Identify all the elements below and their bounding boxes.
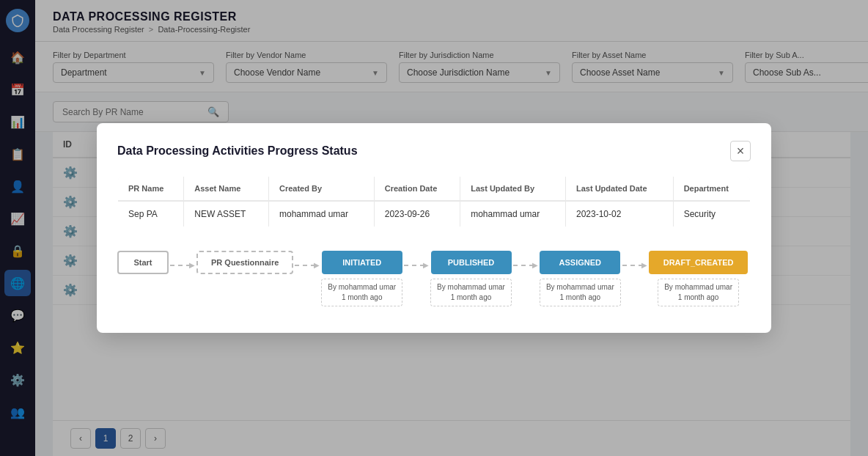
arrow-icon: ▶ [189, 261, 195, 269]
cell-creation-date: 2023-09-26 [374, 201, 460, 227]
progress-section: Start ▶ PR Questionnaire ▶ [117, 245, 751, 312]
col-last-updated-by: Last Updated By [460, 177, 566, 202]
col-department: Department [673, 177, 750, 202]
connector-3: ▶ [402, 261, 430, 269]
modal-overlay[interactable]: Data Processing Activities Progress Stat… [0, 0, 868, 456]
col-creation-date: Creation Date [374, 177, 460, 202]
cell-department: Security [673, 201, 750, 227]
connector-5: ▶ [621, 261, 649, 269]
progress-flow: Start ▶ PR Questionnaire ▶ [117, 245, 751, 312]
cell-asset-name: NEW ASSET [184, 201, 269, 227]
connector-line [295, 265, 315, 266]
connector-line [170, 265, 191, 266]
connector-line [622, 265, 643, 266]
modal-title: Data Processing Activities Progress Stat… [117, 144, 358, 158]
arrow-icon: ▶ [314, 261, 320, 269]
col-asset-name: Asset Name [184, 177, 269, 202]
col-last-updated-date: Last Updated Date [565, 177, 673, 202]
cell-last-updated-by: mohammad umar [460, 201, 566, 227]
cell-last-updated-date: 2023-10-02 [565, 201, 673, 227]
modal-header: Data Processing Activities Progress Stat… [117, 141, 751, 161]
flow-box-questionnaire: PR Questionnaire [196, 251, 293, 274]
flow-info-draft-created: By mohammad umar1 month ago [658, 279, 739, 306]
cell-pr-name: Sep PA [118, 201, 184, 227]
flow-node-questionnaire: PR Questionnaire [196, 251, 293, 274]
col-pr-name: PR Name [118, 177, 184, 202]
flow-node-initiated: INITIATED By mohammad umar1 month ago [321, 251, 402, 306]
modal-info-table: PR Name Asset Name Created By Creation D… [117, 176, 751, 227]
connector-1: ▶ [169, 261, 196, 269]
col-created-by: Created By [269, 177, 375, 202]
flow-box-start: Start [117, 251, 169, 274]
connector-4: ▶ [512, 261, 540, 269]
flow-box-published: PUBLISHED [431, 251, 512, 274]
flow-node-draft-created: DRAFT_CREATED By mohammad umar1 month ag… [649, 251, 749, 306]
flow-node-start: Start [117, 251, 169, 274]
cell-created-by: mohammad umar [269, 201, 375, 227]
flow-node-assigned: ASSIGNED By mohammad umar1 month ago [540, 251, 621, 306]
flow-info-assigned: By mohammad umar1 month ago [540, 279, 621, 306]
flow-info-initiated: By mohammad umar1 month ago [321, 279, 402, 306]
modal: Data Processing Activities Progress Stat… [97, 123, 771, 333]
connector-2: ▶ [293, 261, 321, 269]
flow-box-initiated: INITIATED [322, 251, 402, 274]
connector-line [513, 265, 534, 266]
arrow-icon: ▶ [423, 261, 429, 269]
flow-box-assigned: ASSIGNED [540, 251, 620, 274]
arrow-icon: ▶ [532, 261, 538, 269]
flow-info-published: By mohammad umar1 month ago [430, 279, 512, 306]
arrow-icon: ▶ [641, 261, 647, 269]
connector-line [404, 265, 424, 266]
flow-node-published: PUBLISHED By mohammad umar1 month ago [430, 251, 512, 306]
flow-box-draft-created: DRAFT_CREATED [649, 251, 749, 274]
modal-close-button[interactable]: × [730, 141, 751, 161]
